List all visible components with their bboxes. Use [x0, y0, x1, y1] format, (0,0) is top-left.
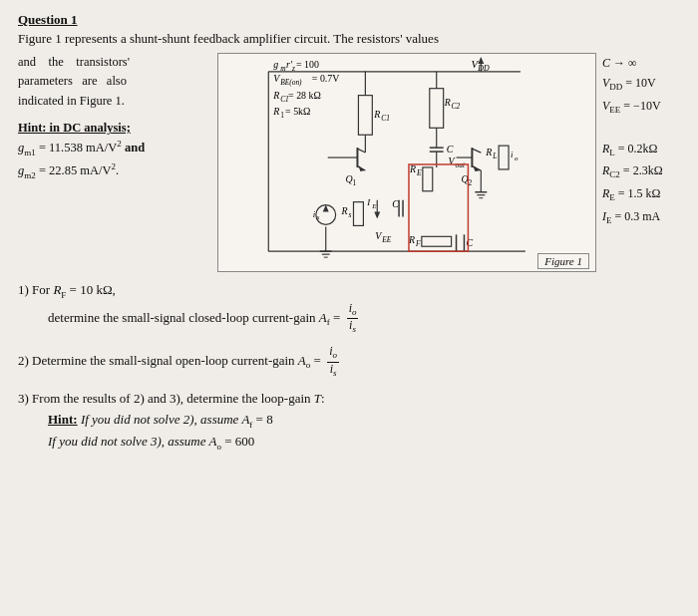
re-val: RE = 1.5 kΩ	[602, 183, 698, 206]
svg-text:C: C	[392, 197, 399, 208]
svg-text:= 5kΩ: = 5kΩ	[285, 106, 310, 117]
svg-text:s: s	[349, 209, 352, 218]
hint-title-text: Hint: in DC analysis;	[18, 121, 131, 135]
intro-line3: parameters are also	[18, 72, 217, 91]
svg-text:= 0.7V: = 0.7V	[312, 73, 340, 84]
q1-denominator: is	[347, 319, 358, 335]
figure-label: Figure 1	[537, 253, 589, 269]
hint-block: Hint: in DC analysis; gm1 = 11.538 mA/V2…	[18, 119, 217, 183]
svg-text:C: C	[447, 144, 454, 154]
circuit-svg: V DD g m r' z = 100 V BE(on) =	[218, 54, 595, 271]
q3-hint2: If you did not solve 3), assume Ao = 600	[18, 432, 680, 454]
rc2-val: RC2 = 2.3kΩ	[602, 160, 698, 183]
svg-text:BE(on): BE(on)	[280, 78, 302, 87]
q3-hint-label: Hint:	[48, 412, 78, 427]
q1-numerator: io	[347, 302, 359, 319]
svg-text:1: 1	[280, 111, 284, 120]
top-section: and the transistors' parameters are also…	[18, 53, 680, 272]
svg-text:z: z	[291, 64, 295, 73]
right-values: C → ∞ VDD = 10V VEE = −10V RL = 0.2kΩ RC…	[596, 53, 698, 272]
svg-text:o: o	[515, 154, 519, 161]
q2-fraction: io is	[327, 345, 339, 379]
svg-text:g: g	[273, 59, 278, 70]
q1-fraction: io is	[347, 302, 359, 336]
svg-rect-49	[353, 201, 363, 225]
svg-text:R: R	[485, 147, 492, 157]
svg-rect-32	[358, 95, 372, 135]
q1-statement: 1) For RF = 10 kΩ,	[18, 280, 680, 302]
svg-rect-0	[219, 54, 595, 271]
svg-text:E: E	[371, 201, 377, 208]
question-1: 1) For RF = 10 kΩ, determine the small-s…	[18, 280, 680, 336]
svg-text:R: R	[272, 106, 279, 117]
svg-text:C1: C1	[381, 114, 390, 123]
svg-rect-61	[422, 236, 452, 246]
svg-text:C: C	[466, 237, 473, 248]
svg-text:R: R	[444, 96, 451, 107]
vdd-val: VDD = 10V	[602, 73, 698, 96]
svg-rect-79	[423, 167, 433, 191]
ie-val: IE = 0.3 mA	[602, 206, 698, 229]
q1-body: determine the small-signal closed-loop c…	[18, 302, 680, 336]
svg-text:L: L	[492, 152, 497, 160]
left-params: and the transistors' parameters are also…	[18, 53, 217, 272]
svg-text:E: E	[416, 168, 422, 177]
question-3: 3) From the results of 2) and 3), determ…	[18, 389, 680, 454]
question-2: 2) Determine the small-signal open-loop …	[18, 345, 680, 379]
svg-text:R: R	[272, 89, 279, 100]
svg-text:1: 1	[353, 178, 357, 187]
svg-text:C2: C2	[452, 101, 461, 110]
svg-text:= 100: = 100	[296, 59, 319, 70]
svg-text:V: V	[375, 230, 382, 241]
svg-text:V: V	[273, 73, 280, 84]
question-title: Question 1	[18, 12, 680, 28]
q2-statement: 2) Determine the small-signal open-loop …	[18, 345, 680, 379]
intro-text: Figure 1 represents a shunt-shunt feedba…	[18, 30, 680, 49]
hint-gm2-line: gm2 = 22.85 mA/V2.	[18, 160, 217, 183]
circuit-diagram: V DD g m r' z = 100 V BE(on) =	[217, 53, 596, 272]
vee-val: VEE = −10V	[602, 96, 698, 119]
intro-line4: indicated in Figure 1.	[18, 92, 217, 111]
svg-rect-74	[499, 146, 509, 169]
hint-gm1-line: gm1 = 11.538 mA/V2 and	[18, 138, 217, 160]
svg-text:F: F	[415, 239, 421, 248]
c-inf: C → ∞	[602, 53, 698, 73]
rl-val: RL = 0.2kΩ	[602, 139, 698, 161]
page: Question 1 Figure 1 represents a shunt-s…	[0, 0, 698, 616]
hint-title: Hint: in DC analysis;	[18, 119, 217, 138]
intro-line1: Figure 1 represents a shunt-shunt feedba…	[18, 31, 439, 46]
svg-text:= 28 kΩ: = 28 kΩ	[288, 89, 321, 100]
circuit-area: V DD g m r' z = 100 V BE(on) =	[217, 53, 596, 272]
q2-denominator: is	[328, 363, 339, 379]
svg-text:R: R	[341, 204, 348, 215]
q3-hint1: Hint: If you did not solve 2), assume Af…	[18, 410, 680, 432]
intro-line2: and the transistors'	[18, 53, 217, 72]
svg-text:EE: EE	[381, 235, 392, 244]
questions-section: 1) For RF = 10 kΩ, determine the small-s…	[18, 280, 680, 454]
svg-text:R: R	[373, 109, 380, 120]
q2-numerator: io	[327, 345, 339, 362]
q3-statement: 3) From the results of 2) and 3), determ…	[18, 389, 680, 410]
svg-rect-21	[430, 89, 444, 129]
